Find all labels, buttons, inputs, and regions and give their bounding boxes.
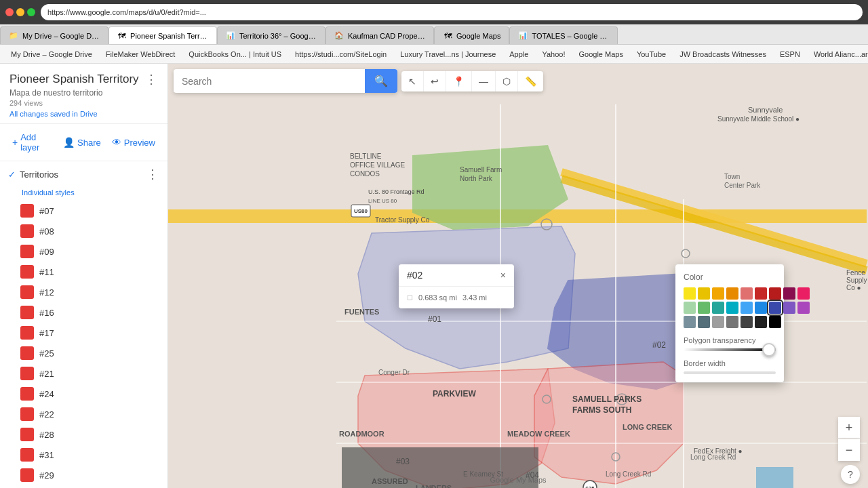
address-bar[interactable]: https://www.google.com/maps/d/u/0/edit?m… — [41, 4, 863, 20]
tab-pioneer-spanish[interactable]: 🗺 Pioneer Spanish Territory — [108, 26, 217, 44]
cp-swatch[interactable] — [797, 302, 810, 314]
tab-gmaps[interactable]: 🗺 Google Maps — [434, 26, 509, 44]
popup-body: ☐ 0.683 sq mi 3.43 mi — [399, 287, 514, 308]
search-box[interactable]: 🔍 — [174, 69, 397, 93]
cp-swatch[interactable] — [712, 302, 724, 314]
item-color-icon — [20, 326, 34, 340]
list-item[interactable]: #28 — [0, 424, 167, 445]
help-btn[interactable]: ? — [841, 465, 860, 484]
list-item[interactable]: #11 — [0, 262, 167, 282]
popup-header: #02 × — [399, 264, 514, 287]
bookmark-drive[interactable]: My Drive – Google Drive — [5, 49, 98, 60]
list-item[interactable]: #24 — [0, 384, 167, 404]
item-color-icon — [20, 448, 34, 462]
share-btn[interactable]: 👤 Share — [59, 134, 105, 150]
cp-swatch[interactable] — [755, 302, 767, 314]
cursor-tool[interactable]: ↖ — [401, 71, 424, 92]
bookmark-youtube[interactable]: YouTube — [631, 49, 671, 60]
list-item[interactable]: #09 — [0, 241, 167, 262]
label-town-center: TownCenter Park — [724, 172, 760, 190]
bookmark-filemaker[interactable]: FileMaker WebDirect — [100, 49, 181, 60]
tab-totales[interactable]: 📊 TOTALES – Google Sheets — [509, 26, 618, 44]
undo-tool[interactable]: ↩ — [424, 71, 446, 92]
list-item[interactable]: #31 — [0, 445, 167, 465]
cp-swatch[interactable] — [698, 302, 710, 314]
list-item[interactable]: #12 — [0, 282, 167, 302]
list-item[interactable]: #25 — [0, 343, 167, 363]
bookmark-espn[interactable]: ESPN — [774, 49, 806, 60]
add-layer-btn[interactable]: + Add layer — [8, 129, 56, 155]
cp-swatch[interactable] — [755, 287, 767, 300]
bookmark-google-maps[interactable]: Google Maps — [573, 49, 628, 60]
cp-swatch[interactable] — [741, 287, 753, 300]
polygon-tool[interactable]: ⬡ — [496, 71, 518, 92]
cp-border-slider-track[interactable] — [684, 371, 776, 374]
cp-swatch[interactable] — [783, 302, 795, 314]
minimize-window-btn[interactable] — [16, 8, 24, 16]
cp-swatch[interactable] — [741, 316, 753, 328]
item-color-icon — [20, 306, 34, 319]
list-item[interactable]: #29 — [0, 465, 167, 485]
bookmark-apple[interactable]: Apple — [504, 49, 534, 60]
bookmark-quickbooks[interactable]: QuickBooks On... | Intuit US — [183, 49, 287, 60]
zoom-out-btn[interactable]: − — [838, 439, 860, 461]
preview-btn[interactable]: 👁 Preview — [108, 134, 159, 150]
cp-swatch[interactable] — [741, 302, 753, 314]
list-item[interactable]: #08 — [0, 221, 167, 241]
list-item[interactable]: #22 — [0, 404, 167, 424]
layer-header: ✓ Territorios ⋮ — [0, 161, 167, 187]
add-layer-label: Add layer — [20, 132, 52, 152]
search-btn[interactable]: 🔍 — [365, 69, 397, 93]
zoom-in-btn[interactable]: + — [838, 417, 860, 439]
cp-transparency-slider[interactable] — [684, 348, 776, 351]
popup-close-btn[interactable]: × — [500, 270, 506, 280]
bookmark-luxury[interactable]: Luxury Travel...ns | Journese — [395, 49, 501, 60]
cp-swatch[interactable] — [769, 316, 781, 328]
marker-tool[interactable]: 📍 — [446, 71, 472, 92]
window-controls[interactable] — [5, 8, 35, 16]
cp-slider-handle[interactable] — [762, 343, 776, 357]
map-area[interactable]: 🔍 ↖ ↩ 📍 — ⬡ 📏 — [168, 64, 868, 488]
cp-swatch[interactable] — [712, 287, 724, 300]
cp-swatch[interactable] — [797, 287, 810, 300]
label-fence: Fence Supply Co ● — [846, 269, 868, 291]
tab-google-drive[interactable]: 📁 My Drive – Google Drive — [0, 26, 108, 44]
cp-swatch[interactable] — [684, 302, 696, 314]
cp-swatch[interactable] — [698, 287, 710, 300]
tab-label-kaufman: Kaufman CAD Property Search — [348, 32, 425, 40]
tab-bar: 📁 My Drive – Google Drive 🗺 Pioneer Span… — [0, 24, 868, 45]
list-item[interactable]: #07 — [0, 201, 167, 221]
cp-swatch[interactable] — [769, 287, 781, 300]
maximize-window-btn[interactable] — [27, 8, 35, 16]
bookmark-world[interactable]: World Alianc...ards – Home — [808, 49, 868, 60]
bookmark-studi[interactable]: https://studi...com/SiteLogin — [290, 49, 392, 60]
list-item[interactable]: #17 — [0, 323, 167, 343]
layer-menu-btn[interactable]: ⋮ — [146, 167, 159, 182]
cp-swatch[interactable] — [726, 287, 738, 300]
bookmark-yahoo[interactable]: Yahoo! — [536, 49, 570, 60]
sidebar-menu-btn[interactable]: ⋮ — [145, 72, 158, 87]
cp-swatch[interactable] — [783, 287, 795, 300]
search-input[interactable] — [174, 70, 365, 92]
cp-swatch[interactable] — [684, 287, 696, 300]
cp-swatch[interactable] — [726, 302, 738, 314]
line-tool[interactable]: — — [472, 71, 496, 92]
layer-style[interactable]: Individual styles — [0, 187, 167, 201]
cp-swatch[interactable] — [726, 316, 738, 328]
list-item[interactable]: #16 — [0, 302, 167, 323]
layer-check-icon[interactable]: ✓ — [8, 169, 16, 180]
tab-favicon-kaufman: 🏠 — [334, 31, 344, 41]
tab-territorio[interactable]: 📊 Territorio 36° – Google Sheets — [217, 26, 326, 44]
cp-swatch[interactable] — [755, 316, 767, 328]
cp-swatch[interactable] — [712, 316, 724, 328]
close-window-btn[interactable] — [5, 8, 14, 16]
cp-swatch[interactable] — [684, 316, 696, 328]
measure-tool[interactable]: 📏 — [518, 71, 543, 92]
cp-swatch[interactable] — [698, 316, 710, 328]
list-item[interactable]: #21 — [0, 363, 167, 384]
bookmark-jw[interactable]: JW Broadcasts Witnesses — [674, 49, 772, 60]
list-item[interactable]: #30 — [0, 485, 167, 488]
item-color-icon — [20, 428, 34, 441]
cp-swatch[interactable] — [769, 302, 781, 314]
tab-kaufman[interactable]: 🏠 Kaufman CAD Property Search — [326, 26, 434, 44]
